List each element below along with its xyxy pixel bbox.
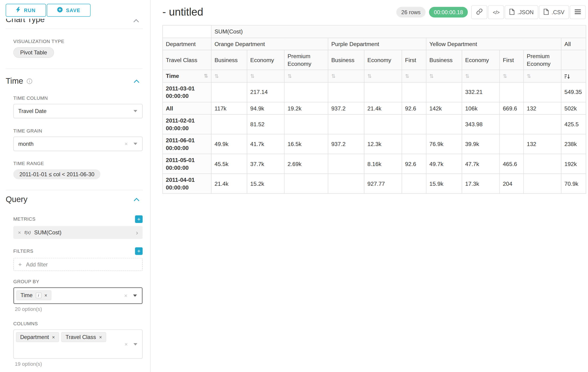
- add-filter-plus-button[interactable]: +: [135, 247, 143, 255]
- chevron-down-icon: [133, 110, 137, 112]
- sort-toggle-icon[interactable]: ⇅: [368, 74, 372, 79]
- pivot-value-cell: 8.16k: [364, 154, 402, 174]
- metric-header-cell: SUM(Cost): [211, 25, 586, 38]
- add-metric-button[interactable]: +: [135, 215, 143, 223]
- remove-metric-icon[interactable]: ×: [18, 230, 21, 235]
- pivot-value-cell: [364, 82, 402, 102]
- travel-class-header: Economy: [364, 50, 402, 70]
- group-by-options-hint: 20 option(s): [15, 306, 143, 312]
- sort-desc-icon[interactable]: [565, 74, 570, 79]
- clear-icon[interactable]: ×: [124, 292, 127, 299]
- chart-title[interactable]: - untitled: [162, 6, 203, 18]
- pivot-value-cell: [524, 174, 561, 193]
- department-row-label: Department: [163, 38, 211, 50]
- remove-tag-icon[interactable]: ×: [99, 334, 102, 340]
- sort-toggle-icon[interactable]: ⇅: [287, 74, 292, 79]
- filters-label: FILTERS: [13, 249, 33, 254]
- time-column-select[interactable]: Travel Date: [13, 104, 142, 118]
- pivot-value-cell: [328, 114, 364, 134]
- time-section-title: Time: [6, 76, 23, 85]
- pivot-value-cell: [402, 134, 426, 154]
- row-time-label: 2011-02-01 00:00:00: [163, 114, 211, 134]
- save-button[interactable]: SAVE: [47, 4, 91, 17]
- visualization-type-value[interactable]: Pivot Table: [13, 47, 54, 58]
- pivot-value-cell: [426, 82, 462, 102]
- share-link-button[interactable]: [471, 5, 487, 19]
- clear-icon[interactable]: ×: [125, 340, 128, 348]
- visualization-type-label: VISUALIZATION TYPE: [13, 39, 142, 44]
- sort-toggle-icon[interactable]: ⇅: [204, 73, 208, 80]
- clear-icon[interactable]: ×: [125, 140, 128, 148]
- pivot-table: SUM(Cost) Department Orange DepartmentPu…: [162, 25, 586, 194]
- pivot-value-cell: 15.2k: [247, 174, 284, 193]
- travel-class-header: Economy: [247, 50, 284, 70]
- columns-tag-label: Travel Class: [65, 334, 96, 340]
- columns-tag: Department ×: [16, 332, 59, 342]
- travel-class-header: First: [402, 50, 426, 70]
- collapse-chevron-icon[interactable]: [134, 79, 139, 83]
- pivot-value-cell: 117k: [211, 102, 247, 114]
- pivot-value-cell: 465.6: [500, 154, 524, 174]
- hamburger-icon: [575, 9, 581, 15]
- divider: [6, 69, 143, 69]
- department-group-header: All: [561, 38, 586, 50]
- time-row-label-cell: Time ⇅: [163, 70, 211, 82]
- time-section-header[interactable]: Time: [6, 76, 143, 85]
- sort-toggle-icon[interactable]: ⇅: [527, 74, 531, 79]
- action-buttons: RUN SAVE: [6, 4, 143, 17]
- sort-header-cell: ⇅: [328, 70, 364, 82]
- sort-toggle-icon[interactable]: ⇅: [465, 74, 470, 79]
- metrics-label: METRICS: [13, 216, 36, 222]
- query-timer-badge: 00:00:00.18: [429, 7, 468, 17]
- sort-toggle-icon[interactable]: ⇅: [430, 74, 434, 79]
- group-by-select[interactable]: Time i × ×: [13, 287, 142, 304]
- time-grain-select[interactable]: month ×: [13, 137, 142, 151]
- row-count-badge: 26 rows: [396, 7, 426, 17]
- pivot-value-cell: [364, 114, 402, 134]
- add-filter-button[interactable]: + Add filter: [13, 258, 142, 271]
- pivot-body: 2011-03-01 00:00:00217.14332.21549.35All…: [163, 82, 586, 194]
- run-button[interactable]: RUN: [6, 4, 46, 17]
- pivot-data-row: All117k94.9k19.2k937.221.4k92.6142k106k6…: [163, 102, 586, 114]
- export-json-button[interactable]: .JSON: [505, 5, 538, 19]
- sort-header-cell: [561, 70, 586, 82]
- pivot-value-cell: [402, 82, 426, 102]
- pivot-value-cell: 81.52: [247, 114, 284, 134]
- sort-toggle-icon[interactable]: ⇅: [331, 74, 336, 79]
- view-query-button[interactable]: </>: [488, 5, 504, 19]
- travel-class-row-label: Travel Class: [163, 50, 211, 70]
- pivot-value-cell: 76.9k: [426, 134, 462, 154]
- export-csv-button[interactable]: .CSV: [539, 5, 569, 19]
- query-section-header[interactable]: Query: [6, 195, 143, 204]
- sort-toggle-icon[interactable]: ⇅: [503, 74, 507, 79]
- time-column-value: Travel Date: [18, 108, 47, 114]
- pivot-value-cell: [524, 154, 561, 174]
- pivot-value-cell: 37.7k: [247, 154, 284, 174]
- metric-pill[interactable]: × f(x) SUM(Cost) ›: [13, 226, 142, 239]
- pivot-value-cell: [524, 114, 561, 134]
- code-icon: </>: [493, 9, 499, 15]
- chart-type-section-header[interactable]: Chart Type: [6, 19, 143, 25]
- pivot-data-row: 2011-04-01 00:00:0021.4k15.2k927.7715.9k…: [163, 174, 586, 193]
- sort-header-cell: ⇅: [462, 70, 500, 82]
- row-time-label: 2011-04-01 00:00:00: [163, 174, 211, 193]
- chart-area: - untitled 26 rows 00:00:00.18 </> .JSON: [151, 0, 588, 372]
- sort-header-cell: ⇅: [247, 70, 284, 82]
- pivot-value-cell: 343.98: [462, 114, 500, 134]
- pivot-value-cell: 94.9k: [247, 102, 284, 114]
- time-range-value[interactable]: 2011-01-01 ≤ col < 2011-06-30: [13, 169, 100, 179]
- run-button-label: RUN: [24, 7, 36, 13]
- columns-tag: Travel Class ×: [61, 332, 106, 342]
- remove-tag-icon[interactable]: ×: [44, 292, 47, 298]
- columns-select[interactable]: Department × Travel Class × ×: [13, 329, 142, 359]
- sort-toggle-icon[interactable]: ⇅: [250, 74, 255, 79]
- pivot-value-cell: 70.9k: [561, 174, 586, 193]
- menu-button[interactable]: [570, 5, 586, 19]
- sort-toggle-icon[interactable]: ⇅: [405, 74, 410, 79]
- row-time-label: 2011-06-01 00:00:00: [163, 134, 211, 154]
- sort-toggle-icon[interactable]: ⇅: [214, 74, 219, 79]
- add-filter-label: Add filter: [26, 261, 48, 267]
- pivot-value-cell: [284, 114, 328, 134]
- remove-tag-icon[interactable]: ×: [52, 334, 55, 340]
- collapse-chevron-icon[interactable]: [134, 198, 139, 201]
